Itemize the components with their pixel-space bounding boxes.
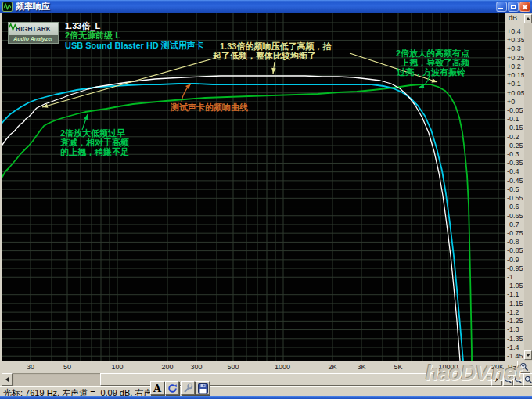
y-axis-label: -0.75 [507,229,523,237]
y-axis-label: -0.8 [507,238,519,246]
note-2x-lows: 2倍放大低频过早 [60,128,125,138]
hz-unit-label: Hz [508,364,516,372]
note-133x: 起了低频，整体比较均衡了 [213,51,316,60]
y-axis-label: +0.25 [507,54,525,62]
arrow-right-icon [495,377,498,382]
x-axis-label: 200 [152,363,183,371]
save-button[interactable] [196,381,210,395]
y-axis-label: +0.1 [507,80,521,88]
x-axis-label: 5K [383,363,414,371]
annotation-arrow [42,58,216,107]
x-axis-label: 30 [15,363,46,371]
note-2x-lows: 衰减，相对于高频 [60,138,129,147]
zoom-in-button[interactable] [503,373,513,386]
status-bar: 光标: 7619 Hz, 左声道 = -0.09 dB, 右声道 = 0. [0,386,532,397]
brand-text-right: ARK [37,25,51,33]
rightmark-logo: RIGHT ARK Audio Analyzer [8,22,59,44]
y-axis-label: -0.95 [507,264,523,272]
y-axis-label: -1.4 [507,343,519,351]
app-window: 频率响应 RIGHT ARK Audio Analyzer 1.33倍_L2倍无… [0,0,532,399]
annotation-arrowhead [185,84,191,89]
app-icon [2,2,13,12]
note-2x-lows: 的上翘，稍嫌不足 [60,147,129,156]
x-axis-label: 500 [217,363,249,371]
waveform-icon [9,23,17,31]
y-axis-label: +0.3 [507,45,521,52]
x-axis-panel: 305010020030050010002K3K5K1000020K Hz [2,361,532,373]
y-axis-label: -1.35 [507,335,523,343]
chart-area: RIGHT ARK Audio Analyzer 1.33倍_L2倍无源前级 L… [2,13,505,361]
horizontal-scrollbar[interactable] [2,373,532,386]
zoom-y-button[interactable] [517,361,530,373]
y-axis-label: -1.15 [507,300,523,307]
scrollbar-track[interactable] [13,373,100,386]
x-axis-label: 10000 [433,363,464,371]
y-axis-label: -0.9 [507,256,519,264]
minimize-button[interactable] [496,2,507,12]
font-button[interactable]: A [150,381,164,395]
restore-button[interactable] [508,2,519,12]
y-axis-label: -1.2 [507,308,519,316]
zoom-fit-button[interactable] [523,373,532,386]
note-133x: 1.33倍的频响压低了高频，抬 [220,41,331,51]
y-axis-label: -0.5 [507,185,519,193]
restore-icon [511,5,516,9]
floppy-disk-icon [198,383,208,394]
scroll-left-button[interactable] [2,373,13,386]
y-axis-label: -0.65 [507,212,523,220]
zoom-out-button[interactable] [513,373,523,386]
y-axis-label: -0.25 [507,142,523,149]
vertical-scrollbar[interactable] [524,13,532,361]
x-axis-label: 2K [317,363,348,371]
note-2x-highs: 上翘，导致了高频 [401,58,469,67]
title-bar: 频率响应 [0,0,532,13]
note-2x-highs: 2倍放大的高频有点 [396,49,469,58]
brand-text-left: RIGHT [16,25,36,33]
x-axis-label: 3K [346,363,377,371]
y-axis-label: -0.35 [507,159,523,167]
note-soundcard: 测试声卡的频响曲线 [171,102,248,112]
magnifier-minus-icon [524,376,532,384]
magnifier-minus-icon [514,376,523,384]
scroll-right-button[interactable] [491,373,502,386]
y-axis-label: -0.85 [507,246,523,254]
y-axis-label: +0.05 [507,89,525,97]
y-axis-label: +0 [507,98,515,106]
arrow-up-icon [526,17,530,20]
y-axis-label: -0.05 [507,106,523,114]
x-axis-label: 100 [102,363,133,371]
annotation-arrow [419,75,430,88]
font-icon: A [153,383,161,394]
y-axis-label: -1 [507,273,513,281]
x-axis-label: 1000 [267,363,298,371]
y-axis-label: -1.25 [507,317,523,325]
close-button[interactable] [519,2,530,12]
y-axis-label: -0.55 [507,194,523,202]
magnifier-plus-icon [504,376,512,384]
y-axis-label: +0.35 [507,36,525,44]
note-2x-highs: 过亮，方波有振铃 [397,67,466,77]
curve-133x [2,76,460,361]
y-axis-panel: dB +0.4+0.35+0.3+0.25+0.2+0.15+0.1+0.05+… [505,13,532,361]
brand-subtitle: Audio Analyzer [9,35,58,43]
db-unit-label: dB [509,14,517,22]
x-axis-label: 50 [52,363,83,371]
y-axis-label: +0.15 [507,71,525,79]
wrench-icon [183,383,193,394]
tools-button[interactable] [181,381,195,395]
y-axis-label: +0.2 [507,63,521,70]
scale-down-button[interactable] [524,350,532,360]
y-axis-label: -0.45 [507,177,523,185]
window-bottom-border [0,396,532,399]
close-icon [522,4,528,10]
scale-up-button[interactable] [524,14,532,23]
refresh-button[interactable] [165,381,179,395]
y-axis-label: -0.6 [507,203,519,210]
y-axis-label: -1.3 [507,325,519,333]
curve-2x-preamp [2,84,472,361]
y-axis-label: +0.4 [507,27,521,35]
y-axis-label: -1.1 [507,290,519,298]
magnifier-plus-icon [519,362,529,372]
refresh-icon [167,383,178,394]
y-axis-label: -1.05 [507,282,523,289]
